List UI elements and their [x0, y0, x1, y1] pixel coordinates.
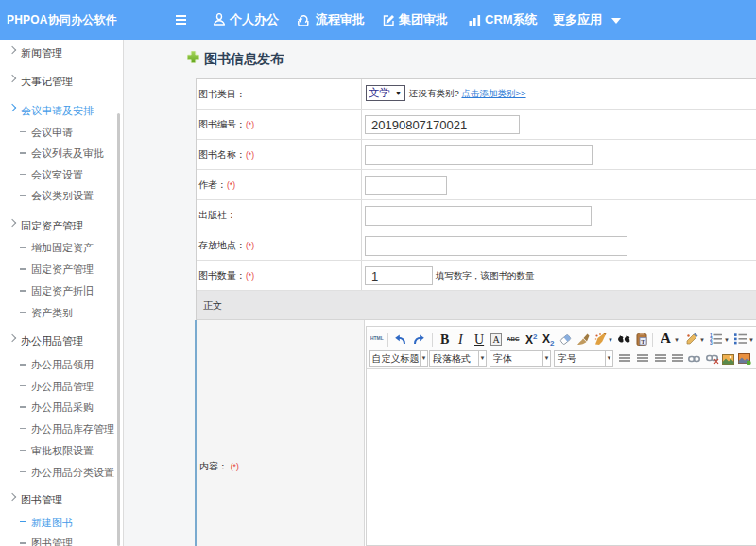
svg-text:T: T [641, 338, 645, 345]
svg-text:3: 3 [710, 341, 713, 345]
